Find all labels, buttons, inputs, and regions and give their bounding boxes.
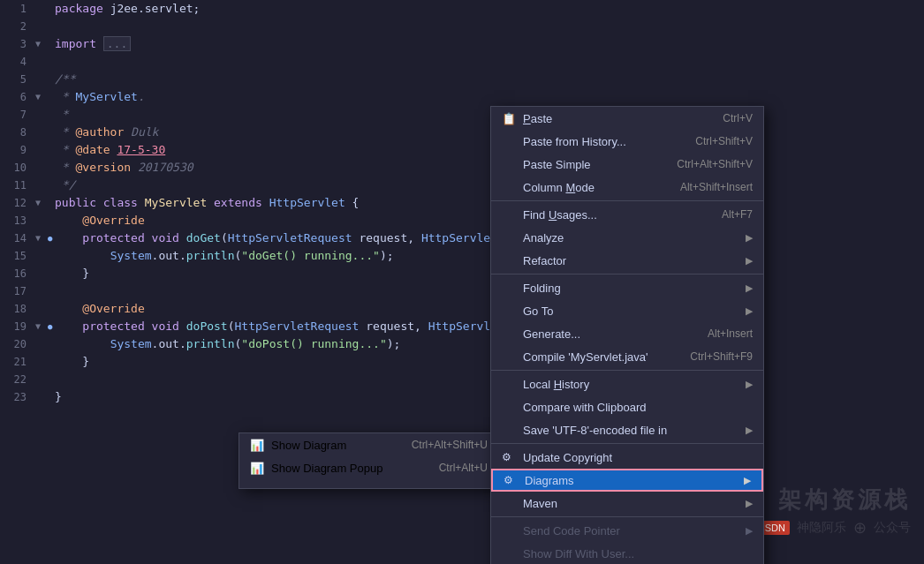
diagram-icon: 📊 bbox=[250, 439, 266, 452]
local-history-item[interactable]: Local History ▶ bbox=[491, 372, 763, 395]
show-diagram-popup-item[interactable]: 📊 Show Diagram Popup Ctrl+Alt+U bbox=[239, 456, 498, 479]
analyze-arrow: ▶ bbox=[746, 232, 753, 244]
paste-history-label: Paste from History... bbox=[523, 135, 678, 148]
diagrams-item[interactable]: ⚙ Diagrams ▶ bbox=[491, 469, 763, 492]
code-line: 3 ▼ import ... bbox=[0, 35, 924, 53]
code-line: 11 */ bbox=[0, 177, 924, 194]
diagrams-label: Diagrams bbox=[525, 474, 739, 487]
compile-shortcut: Ctrl+Shift+F9 bbox=[690, 350, 753, 363]
generate-item[interactable]: Generate... Alt+Insert bbox=[491, 322, 763, 345]
gear-icon-1: ⚙ bbox=[502, 451, 518, 463]
show-diagram-label: Show Diagram bbox=[271, 439, 394, 452]
show-diagram-popup-shortcut: Ctrl+Alt+U bbox=[439, 462, 488, 474]
show-diagram-shortcut: Ctrl+Alt+Shift+U bbox=[412, 439, 488, 451]
column-mode-shortcut: Alt+Shift+Insert bbox=[680, 181, 753, 193]
code-line: 4 bbox=[0, 53, 924, 71]
separator-5 bbox=[491, 516, 763, 517]
show-diff-label: Show Diff With User... bbox=[523, 547, 753, 560]
gear-icon-2: ⚙ bbox=[504, 474, 519, 486]
local-history-label: Local History bbox=[523, 378, 741, 391]
code-line: 12 ▼ public class MyServlet extends Http… bbox=[0, 194, 924, 212]
show-diagram-popup-label: Show Diagram Popup bbox=[271, 462, 421, 475]
generate-shortcut: Alt+Insert bbox=[708, 327, 753, 340]
save-utf8-item[interactable]: Save 'UTF-8'-encoded file in ▶ bbox=[491, 418, 763, 441]
folding-item[interactable]: Folding ▶ bbox=[491, 276, 763, 299]
maven-item[interactable]: Maven ▶ bbox=[491, 492, 763, 515]
code-line: 7 * bbox=[0, 106, 924, 124]
folding-label: Folding bbox=[523, 282, 741, 295]
code-editor: 1 package j2ee.servlet; 2 3 ▼ import ...… bbox=[0, 0, 924, 564]
compare-clipboard-item[interactable]: Compare with Clipboard bbox=[491, 395, 763, 418]
compile-label: Compile 'MyServlet.java' bbox=[523, 350, 672, 364]
goto-item[interactable]: Go To ▶ bbox=[491, 299, 763, 322]
code-line: 10 * @version 20170530 bbox=[0, 159, 924, 177]
compile-item[interactable]: Compile 'MyServlet.java' Ctrl+Shift+F9 bbox=[491, 345, 763, 368]
refactor-item[interactable]: Refactor ▶ bbox=[491, 249, 763, 272]
update-copyright-label: Update Copyright bbox=[523, 451, 753, 464]
find-usages-item[interactable]: Find Usages... Alt+F7 bbox=[491, 203, 763, 226]
column-mode-item[interactable]: Column Mode Alt+Shift+Insert bbox=[491, 176, 763, 199]
code-line: 16 } bbox=[0, 265, 924, 282]
update-copyright-item[interactable]: ⚙ Update Copyright bbox=[491, 446, 763, 469]
generate-label: Generate... bbox=[523, 327, 690, 341]
maven-label: Maven bbox=[523, 497, 741, 510]
local-history-arrow: ▶ bbox=[746, 379, 753, 390]
diagrams-arrow: ▶ bbox=[744, 475, 751, 486]
refactor-arrow: ▶ bbox=[746, 255, 753, 267]
goto-arrow: ▶ bbox=[746, 305, 753, 317]
separator-1 bbox=[491, 200, 763, 201]
paste-history-item[interactable]: Paste from History... Ctrl+Shift+V bbox=[491, 130, 763, 153]
show-diff-item[interactable]: Show Diff With User... bbox=[491, 542, 763, 564]
paste-simple-item[interactable]: Paste Simple Ctrl+Alt+Shift+V bbox=[491, 153, 763, 176]
code-line: 17 bbox=[0, 282, 924, 300]
paste-icon: 📋 bbox=[502, 112, 518, 125]
folding-arrow: ▶ bbox=[746, 282, 753, 294]
paste-simple-label: Paste Simple bbox=[523, 158, 659, 171]
code-line: 23 } bbox=[0, 388, 924, 406]
refactor-label: Refactor bbox=[523, 254, 741, 267]
separator-3 bbox=[491, 370, 763, 371]
analyze-label: Analyze bbox=[523, 231, 741, 244]
code-line: 20 System.out.println("doPost() running.… bbox=[0, 335, 924, 353]
context-menu: 📋 Paste Ctrl+V Paste from History... Ctr… bbox=[490, 106, 764, 564]
maven-arrow: ▶ bbox=[746, 498, 753, 509]
show-diagram-item[interactable]: 📊 Show Diagram Ctrl+Alt+Shift+U bbox=[239, 433, 498, 456]
save-utf8-arrow: ▶ bbox=[746, 425, 753, 436]
code-line: 22 bbox=[0, 371, 924, 388]
code-line: 9 * @date 17-5-30 bbox=[0, 141, 924, 159]
code-line: 15 System.out.println("doGet() running..… bbox=[0, 247, 924, 265]
goto-label: Go To bbox=[523, 305, 741, 318]
code-line: 14 ▼ ● protected void doGet(HttpServletR… bbox=[0, 229, 924, 247]
paste-simple-shortcut: Ctrl+Alt+Shift+V bbox=[677, 158, 753, 170]
code-line: 6 ▼ * MyServlet. bbox=[0, 88, 924, 106]
analyze-item[interactable]: Analyze ▶ bbox=[491, 226, 763, 249]
code-line: 21 } bbox=[0, 353, 924, 371]
paste-label: Paste bbox=[523, 112, 705, 125]
compare-clipboard-label: Compare with Clipboard bbox=[523, 401, 753, 414]
paste-shortcut: Ctrl+V bbox=[723, 112, 753, 124]
separator-2 bbox=[491, 274, 763, 274]
send-pointer-label: Send Code Pointer bbox=[523, 524, 741, 538]
send-pointer-item[interactable]: Send Code Pointer ▶ bbox=[491, 519, 763, 542]
code-line: 5 /** bbox=[0, 71, 924, 88]
code-line: 19 ▼ ● protected void doPost(HttpServlet… bbox=[0, 318, 924, 335]
code-line: 2 bbox=[0, 18, 924, 35]
send-pointer-arrow: ▶ bbox=[746, 525, 753, 537]
code-line: 8 * @author Dulk bbox=[0, 124, 924, 141]
paste-item[interactable]: 📋 Paste Ctrl+V bbox=[491, 107, 763, 130]
paste-history-shortcut: Ctrl+Shift+V bbox=[695, 135, 753, 147]
save-utf8-label: Save 'UTF-8'-encoded file in bbox=[523, 424, 741, 437]
separator-4 bbox=[491, 443, 763, 444]
find-usages-label: Find Usages... bbox=[523, 208, 704, 222]
find-usages-shortcut: Alt+F7 bbox=[722, 208, 753, 221]
sub-context-menu: 📊 Show Diagram Ctrl+Alt+Shift+U 📊 Show D… bbox=[239, 432, 499, 489]
column-mode-label: Column Mode bbox=[523, 181, 663, 194]
code-line: 18 @Override bbox=[0, 300, 924, 318]
code-line: 13 @Override bbox=[0, 212, 924, 229]
code-line: 1 package j2ee.servlet; bbox=[0, 0, 924, 18]
diagram-popup-icon: 📊 bbox=[250, 462, 266, 475]
